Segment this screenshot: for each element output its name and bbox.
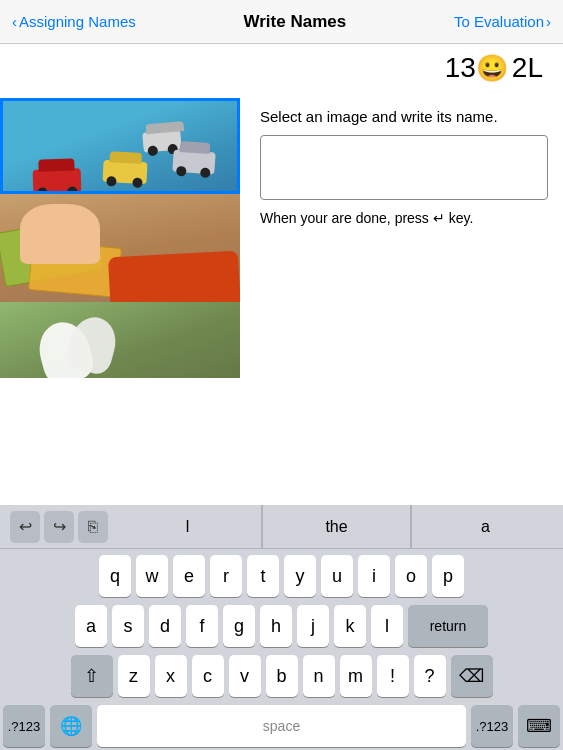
emoji-key[interactable]: 🌐	[50, 705, 92, 747]
chevron-right-icon: ›	[546, 13, 551, 30]
key-rows: q w e r t y u i o p a s d f g h j k l re…	[0, 549, 563, 750]
instruction-text: Select an image and write its name.	[260, 108, 548, 125]
key-l[interactable]: l	[371, 605, 403, 647]
autocomplete-item-3[interactable]: a	[411, 505, 559, 548]
key-a[interactable]: a	[75, 605, 107, 647]
name-input[interactable]	[260, 135, 548, 200]
key-j[interactable]: j	[297, 605, 329, 647]
chevron-left-icon: ‹	[12, 13, 17, 30]
cars-image	[3, 101, 237, 194]
undo-button[interactable]: ↩	[10, 511, 40, 543]
keyboard-switch-key[interactable]: ⌨	[518, 705, 560, 747]
space-key[interactable]: space	[97, 705, 466, 747]
key-e[interactable]: e	[173, 555, 205, 597]
image-slot-money[interactable]	[0, 194, 240, 302]
key-x[interactable]: x	[155, 655, 187, 697]
back-label: Assigning Names	[19, 13, 136, 30]
key-i[interactable]: i	[358, 555, 390, 597]
score-level: 2L	[512, 52, 543, 84]
key-row-4: .?123 🌐 space .?123 ⌨	[3, 705, 560, 747]
key-h[interactable]: h	[260, 605, 292, 647]
forward-button[interactable]: To Evaluation ›	[454, 13, 551, 30]
forward-label: To Evaluation	[454, 13, 544, 30]
return-key[interactable]: return	[408, 605, 488, 647]
key-n[interactable]: n	[303, 655, 335, 697]
image-panel	[0, 98, 240, 378]
autocomplete-suggestions: l the a	[114, 505, 559, 548]
key-v[interactable]: v	[229, 655, 261, 697]
key-question[interactable]: ?	[414, 655, 446, 697]
clipboard-button[interactable]: ⎘	[78, 511, 108, 543]
score-number: 13	[445, 52, 476, 84]
key-r[interactable]: r	[210, 555, 242, 597]
score-emoji: 😀	[476, 53, 508, 84]
key-p[interactable]: p	[432, 555, 464, 597]
key-k[interactable]: k	[334, 605, 366, 647]
key-row-2: a s d f g h j k l return	[3, 605, 560, 647]
shift-key[interactable]: ⇧	[71, 655, 113, 697]
enter-icon: ↵	[433, 210, 445, 226]
flower-image	[0, 302, 240, 378]
done-text: When your are done, press ↵ key.	[260, 210, 548, 226]
key-u[interactable]: u	[321, 555, 353, 597]
key-t[interactable]: t	[247, 555, 279, 597]
navbar: ‹ Assigning Names Write Names To Evaluat…	[0, 0, 563, 44]
main-content: Select an image and write its name. When…	[0, 88, 563, 378]
delete-key[interactable]: ⌫	[451, 655, 493, 697]
page-title: Write Names	[243, 12, 346, 32]
key-o[interactable]: o	[395, 555, 427, 597]
money-image	[0, 194, 240, 302]
numbers-key[interactable]: .?123	[3, 705, 45, 747]
image-slot-flower[interactable]	[0, 302, 240, 378]
key-m[interactable]: m	[340, 655, 372, 697]
redo-button[interactable]: ↪	[44, 511, 74, 543]
keyboard-area: ↩ ↪ ⎘ l the a q w e r t y u i o p a s d	[0, 505, 563, 750]
key-w[interactable]: w	[136, 555, 168, 597]
key-q[interactable]: q	[99, 555, 131, 597]
key-c[interactable]: c	[192, 655, 224, 697]
autocomplete-bar: ↩ ↪ ⎘ l the a	[0, 505, 563, 549]
key-g[interactable]: g	[223, 605, 255, 647]
key-row-3: ⇧ z x c v b n m ! ? ⌫	[3, 655, 560, 697]
key-y[interactable]: y	[284, 555, 316, 597]
numbers-key-right[interactable]: .?123	[471, 705, 513, 747]
autocomplete-item-2[interactable]: the	[262, 505, 411, 548]
key-s[interactable]: s	[112, 605, 144, 647]
key-b[interactable]: b	[266, 655, 298, 697]
key-d[interactable]: d	[149, 605, 181, 647]
key-f[interactable]: f	[186, 605, 218, 647]
key-z[interactable]: z	[118, 655, 150, 697]
key-row-1: q w e r t y u i o p	[3, 555, 560, 597]
right-panel: Select an image and write its name. When…	[240, 98, 563, 378]
undo-redo-area: ↩ ↪ ⎘	[4, 511, 114, 543]
autocomplete-item-1[interactable]: l	[114, 505, 262, 548]
key-exclaim[interactable]: !	[377, 655, 409, 697]
image-slot-cars[interactable]	[0, 98, 240, 194]
score-bar: 13 😀 2L	[0, 44, 563, 88]
back-button[interactable]: ‹ Assigning Names	[12, 13, 136, 30]
